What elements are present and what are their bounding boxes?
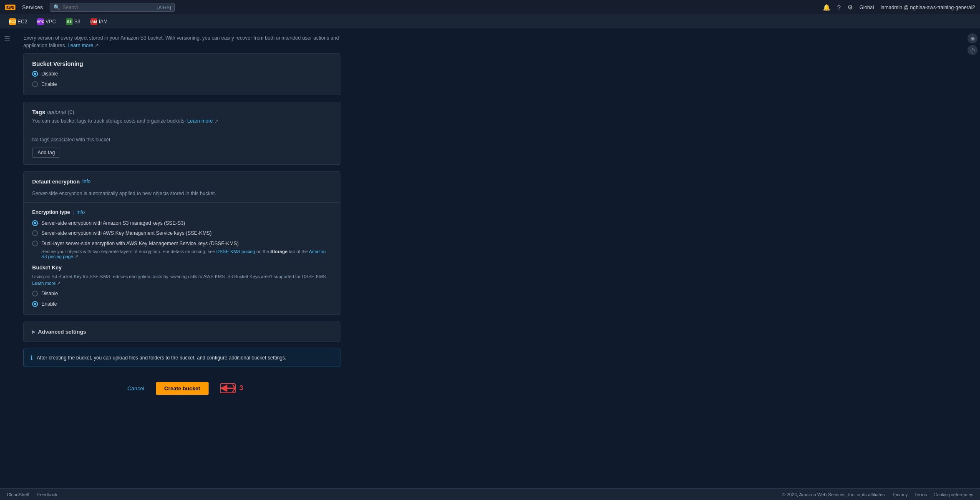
cookie-preferences-link[interactable]: Cookie preferences xyxy=(934,492,973,497)
notifications-icon[interactable]: 🔔 xyxy=(823,4,831,11)
tab-iam[interactable]: IAM IAM xyxy=(86,17,112,27)
tab-ec2[interactable]: EC2 EC2 xyxy=(5,17,31,27)
bucket-key-enable-label: Enable xyxy=(41,301,57,308)
tab-vpc[interactable]: VPC VPC xyxy=(33,17,60,27)
bucket-key-disable-radio[interactable] xyxy=(32,291,38,296)
encryption-section-label: Default encryption Info xyxy=(32,178,332,185)
right-icons-panel: ◉ ◎ xyxy=(965,30,980,58)
encryption-divider xyxy=(24,202,340,203)
tags-learn-more-link[interactable]: Learn more xyxy=(187,118,213,124)
region-selector[interactable]: Global xyxy=(859,5,874,10)
versioning-enable-option[interactable]: Enable xyxy=(32,81,332,88)
user-menu[interactable]: iamadmin @ nghiaa-aws-training-general2 xyxy=(881,5,975,10)
tags-title: Tags xyxy=(32,109,45,116)
bucket-key-enable-option[interactable]: Enable xyxy=(32,301,332,308)
sidebar-toggle[interactable]: ☰ xyxy=(0,30,15,48)
dsse-pricing-link[interactable]: DSSE-KMS pricing xyxy=(216,249,255,254)
top-description-text: Every version of every object stored in … xyxy=(23,30,340,53)
bucket-key-disable-option[interactable]: Disable xyxy=(32,290,332,297)
nav-right-section: 🔔 ? ⚙ Global iamadmin @ nghiaa-aws-train… xyxy=(823,4,975,11)
encryption-info-link[interactable]: Info xyxy=(82,178,91,184)
right-icon-2[interactable]: ◎ xyxy=(967,45,977,55)
encryption-type-info-link[interactable]: Info xyxy=(76,209,85,215)
versioning-enable-radio[interactable] xyxy=(32,81,38,87)
pipe-separator: | xyxy=(73,209,74,216)
bucket-key-enable-radio[interactable] xyxy=(32,301,38,307)
versioning-disable-radio[interactable] xyxy=(32,71,38,77)
iam-tab-label: IAM xyxy=(99,19,108,25)
dsse-kms-label: Dual-layer server-side encryption with A… xyxy=(41,241,239,246)
sse-s3-radio[interactable] xyxy=(32,220,38,226)
search-bar[interactable]: 🔍 [Alt+S] xyxy=(50,3,175,12)
arrow-icon xyxy=(220,382,237,394)
bucket-key-disable-label: Disable xyxy=(41,290,58,297)
bucket-versioning-section: Bucket Versioning Disable Enable xyxy=(23,53,340,95)
advanced-settings-toggle[interactable]: ▶ Advanced settings xyxy=(32,329,332,335)
tags-count: (0) xyxy=(68,109,74,115)
dsse-kms-radio[interactable] xyxy=(32,241,38,246)
bucket-key-radio-group: Disable Enable xyxy=(32,290,332,308)
tags-header: Tags optional (0) xyxy=(32,109,332,116)
tags-external-icon: ↗ xyxy=(214,118,219,124)
info-circle-icon: ℹ xyxy=(30,354,33,361)
bucket-key-external-icon: ↗ xyxy=(57,281,60,286)
search-hint: [Alt+S] xyxy=(157,5,171,10)
service-tabs-bar: EC2 EC2 VPC VPC S3 S3 IAM IAM xyxy=(0,15,980,28)
dsse-kms-subtext: Secure your objects with two separate la… xyxy=(41,249,332,259)
iam-tab-icon: IAM xyxy=(91,18,97,25)
search-input[interactable] xyxy=(63,5,155,10)
info-box: ℹ After creating the bucket, you can upl… xyxy=(23,349,340,367)
advanced-settings-section: ▶ Advanced settings xyxy=(23,322,340,342)
cloudshell-link[interactable]: CloudShell xyxy=(7,492,29,497)
help-icon[interactable]: ? xyxy=(837,4,841,11)
hamburger-icon[interactable]: ☰ xyxy=(4,35,10,43)
add-tag-button[interactable]: Add tag xyxy=(32,148,60,158)
cancel-button[interactable]: Cancel xyxy=(121,382,151,395)
terms-link[interactable]: Terms xyxy=(914,492,927,497)
bottom-right-links: © 2024, Amazon Web Services, Inc. or its… xyxy=(782,492,973,497)
sse-s3-option[interactable]: Server-side encryption with Amazon S3 ma… xyxy=(32,220,332,227)
tags-description: You can use bucket tags to track storage… xyxy=(32,117,332,125)
dsse-kms-option[interactable]: Dual-layer server-side encryption with A… xyxy=(32,240,332,259)
tags-section: Tags optional (0) You can use bucket tag… xyxy=(23,102,340,165)
vpc-tab-icon: VPC xyxy=(37,18,44,25)
external-link-icon: ↗ xyxy=(95,43,99,48)
bucket-key-description: Using an S3 Bucket Key for SSE-KMS reduc… xyxy=(32,273,332,287)
tab-s3[interactable]: S3 S3 xyxy=(62,17,85,27)
versioning-radio-group: Disable Enable xyxy=(32,70,332,88)
advanced-settings-label: Advanced settings xyxy=(38,329,86,335)
services-nav-link[interactable]: Services xyxy=(19,4,46,10)
privacy-link[interactable]: Privacy xyxy=(893,492,908,497)
settings-icon[interactable]: ⚙ xyxy=(847,4,853,11)
ec2-tab-icon: EC2 xyxy=(9,18,16,25)
tags-divider xyxy=(24,130,340,130)
bucket-key-subsection: Bucket Key Using an S3 Bucket Key for SS… xyxy=(32,264,332,308)
main-content: Every version of every object stored in … xyxy=(15,30,349,424)
no-tags-text: No tags associated with this bucket. xyxy=(32,137,332,143)
search-icon: 🔍 xyxy=(53,4,60,10)
feedback-link[interactable]: Feedback xyxy=(37,492,57,497)
versioning-disable-option[interactable]: Disable xyxy=(32,70,332,78)
create-bucket-button[interactable]: Create bucket xyxy=(156,382,209,395)
aws-logo[interactable]: aws xyxy=(5,5,15,10)
tags-optional-badge: optional xyxy=(47,109,66,115)
bottom-bar: CloudShell Feedback © 2024, Amazon Web S… xyxy=(0,488,980,500)
encryption-description: Server-side encryption is automatically … xyxy=(32,190,332,197)
default-encryption-section: Default encryption Info Server-side encr… xyxy=(23,171,340,315)
sse-kms-option[interactable]: Server-side encryption with AWS Key Mana… xyxy=(32,230,332,237)
sse-kms-radio[interactable] xyxy=(32,230,38,236)
versioning-disable-label: Disable xyxy=(41,70,58,78)
right-icon-1[interactable]: ◉ xyxy=(967,33,977,43)
sse-s3-label: Server-side encryption with Amazon S3 ma… xyxy=(41,220,185,227)
bucket-key-learn-more-link[interactable]: Learn more xyxy=(32,281,55,286)
top-learn-more-link[interactable]: Learn more xyxy=(68,43,93,48)
annotation-number: 3 xyxy=(239,384,243,392)
ec2-tab-label: EC2 xyxy=(18,19,27,25)
sse-kms-label: Server-side encryption with AWS Key Mana… xyxy=(41,230,212,237)
aws-logo-box: aws xyxy=(5,5,15,10)
pricing-external-icon: ↗ xyxy=(75,254,78,259)
top-navigation: aws Services 🔍 [Alt+S] 🔔 ? ⚙ Global iama… xyxy=(0,0,980,15)
encryption-type-label: Encryption type xyxy=(32,209,70,215)
bucket-key-label: Bucket Key xyxy=(32,264,332,271)
footer-actions: Cancel Create bucket 3 xyxy=(23,374,340,399)
